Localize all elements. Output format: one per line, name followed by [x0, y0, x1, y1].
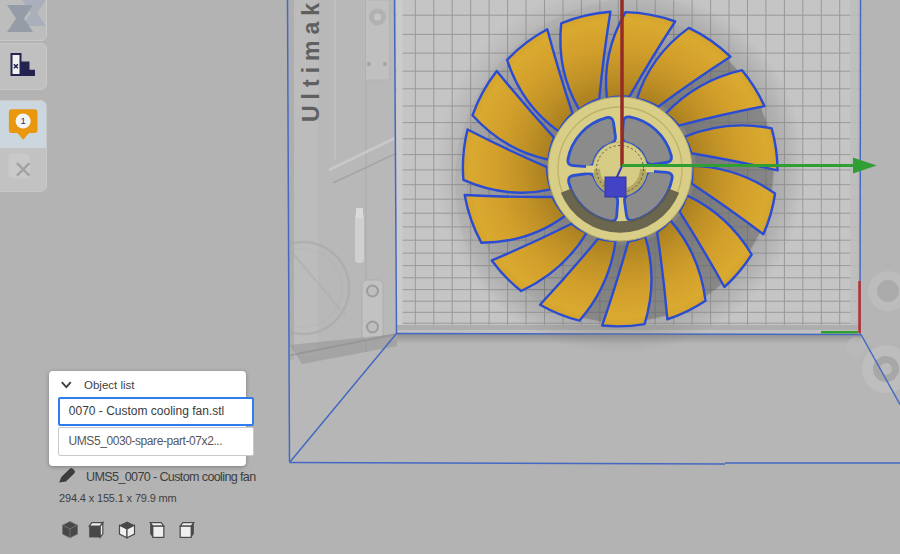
- svg-text:Ultimaker: Ultimaker: [298, 0, 324, 122]
- svg-text:1: 1: [20, 115, 25, 126]
